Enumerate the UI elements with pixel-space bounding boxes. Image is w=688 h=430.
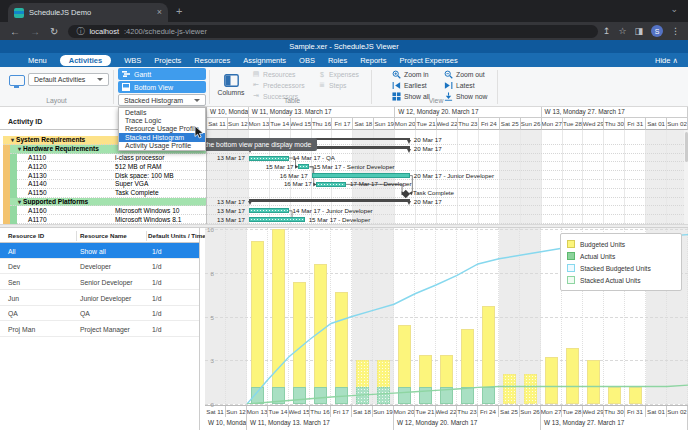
expenses-label: Expenses [329,71,359,78]
gantt-task-bar[interactable] [249,208,289,213]
menu-item-project-expenses[interactable]: Project Expenses [399,56,457,65]
resource-row-dev[interactable]: DevDeveloper1/d [0,259,199,275]
resource-name: Developer [80,263,111,270]
resource-row-qa[interactable]: QAQA1/d [0,306,199,322]
side-panel-icon[interactable]: ◨ [634,26,643,36]
activity-row-a1130[interactable]: A1130Disk space: 100 MB [17,171,206,180]
activity-id: A1170 [28,216,47,223]
activity-row-a1110[interactable]: A1110i-class processor [17,154,206,163]
site-info-icon[interactable]: ⓘ [76,26,84,37]
gantt-vertical-scrollbar[interactable] [684,130,688,224]
earliest-button[interactable]: Earliest [392,80,427,90]
menu-item-resources[interactable]: Resources [194,56,230,65]
gantt-task-bar[interactable] [298,164,310,169]
profile-avatar[interactable]: S [651,25,663,37]
gantt-day-cell: Wed 15 [291,118,312,130]
legend-item-stacked-budgeted-units: Stacked Budgeted Units [567,262,675,274]
bottom-view-button-label: Bottom View [134,84,173,91]
url-bar[interactable]: ⓘ localhost:4200/schedule-js-viewer [68,25,598,38]
dropdown-item-details[interactable]: Details [119,108,205,116]
gantt-summary-bar[interactable] [249,199,410,206]
activity-row-a1140[interactable]: A1140Super VGA [17,180,206,189]
menu-item-obs[interactable]: OBS [299,56,315,65]
gantt-day-cell: Fri 24 [479,118,500,130]
gantt-week-cell: W 10, Monday 6. [207,107,249,118]
zoom-in-button[interactable]: Zoom in [392,69,429,79]
activity-group-label: Supported Platforms [23,198,88,205]
activity-row-a1170[interactable]: A1170Microsoft Windows 8.1 [17,215,206,224]
legend-swatch [567,240,575,248]
bottom-pane-mode-select[interactable]: Stacked Histogram [118,94,206,106]
browser-tab[interactable]: ScheduleJS Demo × [8,3,168,22]
activity-row-a1120[interactable]: A1120512 MB of RAM [17,162,206,171]
resource-units: 1/d [152,279,161,286]
layout-select[interactable]: Default Activities [28,73,109,86]
toolbar: Default Activities Layout Gantt Bottom V… [0,67,688,107]
activity-row-a1160[interactable]: A1160Microsoft Windows 10 [17,206,206,215]
resource-name: Show all [80,248,106,255]
budgeted-bar [314,264,327,404]
resource-row-proj-man[interactable]: Proj ManProject Manager1/d [0,322,199,338]
dropdown-item-resource-usage-profile[interactable]: Resource Usage Profile [119,125,205,133]
budgeted-bar [251,241,264,404]
app-window: ScheduleJS Demo × + ⌄ ← → ↻ ⓘ localhost:… [0,0,688,430]
legend-item-budgeted-units: Budgeted Units [567,238,675,250]
legend-label: Stacked Budgeted Units [580,265,651,272]
share-icon[interactable]: ↥ [603,26,611,36]
actual-bar [314,387,327,405]
collapse-chevron-icon[interactable]: ▾ [11,136,14,143]
gantt-day-cell: Mon 27 [542,118,563,130]
zoom-out-button[interactable]: Zoom out [444,69,485,79]
actual-bar [419,387,432,405]
legend-item-actual-units: Actual Units [567,250,675,262]
collapse-chevron-icon[interactable]: ▾ [18,145,21,152]
gantt-bar-start-label: 16 Mar 17 [207,172,308,180]
tab-search-chevron-icon[interactable]: ⌄ [670,4,678,14]
gantt-day-cell: Mon 13 [249,118,270,130]
browser-menu-icon[interactable]: ⋮ [671,26,680,36]
menu-item-projects[interactable]: Projects [154,56,181,65]
menu-item-reports[interactable]: Reports [360,56,386,65]
activity-row-supported-platforms[interactable]: ▾Supported Platforms [10,198,206,207]
gantt-task-bar[interactable] [249,217,305,222]
reload-icon[interactable]: ↻ [50,26,58,37]
dropdown-item-activity-usage-profile[interactable]: Activity Usage Profile [119,142,205,150]
browser-tab-strip: ScheduleJS Demo × + ⌄ [0,0,688,22]
gantt-task-bar[interactable] [249,156,289,161]
new-tab-button[interactable]: + [176,5,182,17]
steps-button: ≣Steps [318,80,346,90]
hide-button[interactable]: Hide ∧ [655,56,678,65]
budgeted-bar [545,357,558,404]
back-icon[interactable]: ← [10,26,20,37]
gantt-day-cell: Fri 17 [332,118,353,130]
bottom-view-button[interactable]: Bottom View [118,81,206,93]
legend-swatch [567,264,575,272]
menu-item-activities[interactable]: Activities [60,55,111,66]
app-title-bar: Sample.xer - ScheduleJS Viewer [0,40,688,53]
latest-button[interactable]: Latest [444,80,475,90]
collapse-chevron-icon[interactable]: ▾ [18,198,21,205]
dropdown-item-trace-logic[interactable]: Trace Logic [119,116,205,124]
menu-item-roles[interactable]: Roles [328,56,347,65]
resource-id: All [8,248,16,255]
actual-bar [335,387,348,405]
gantt-bar-end-label: 14 Mar 17 - Junior Developer [293,207,373,215]
resource-row-jun[interactable]: JunJunior Developer1/d [0,290,199,306]
gantt-task-bar[interactable] [316,182,346,187]
menu-item-assignments[interactable]: Assignments [243,56,286,65]
resource-row-sen[interactable]: SenSenior Developer1/d [0,274,199,290]
gantt-task-bar[interactable] [312,173,410,178]
resource-id: QA [8,310,18,317]
favicon-icon [14,8,24,18]
bookmark-star-icon[interactable]: ☆ [618,26,626,36]
activity-name: Super VGA [115,180,148,187]
dropdown-item-stacked-histogram[interactable]: Stacked Histogram [119,133,205,141]
activity-row-a1150[interactable]: A1150Task Complete [17,189,206,198]
resource-row-all[interactable]: AllShow all1/d [0,243,199,259]
menu-item-menu[interactable]: Menu [28,56,47,65]
gantt-button-label: Gantt [134,71,151,78]
forward-icon[interactable]: → [30,26,40,37]
menu-item-wbs[interactable]: WBS [124,56,141,65]
gantt-view-button[interactable]: Gantt [118,68,206,80]
tab-close-icon[interactable]: × [157,8,162,17]
